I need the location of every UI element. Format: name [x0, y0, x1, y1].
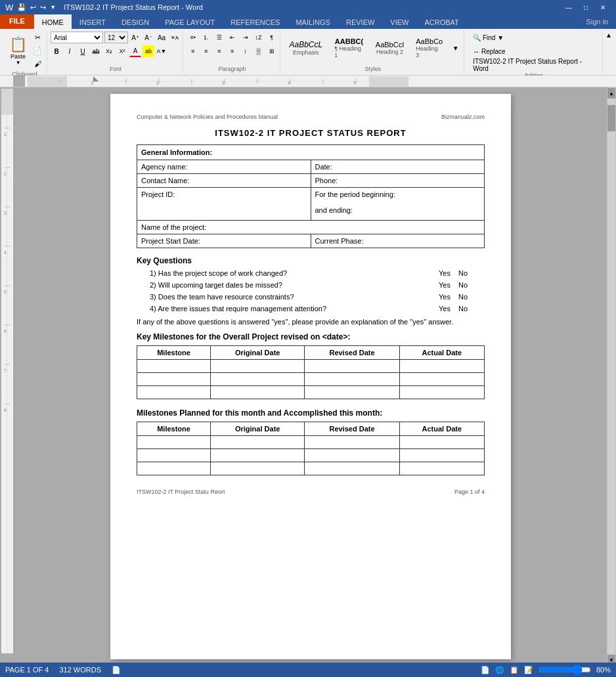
- actual-date-col-header: Actual Date: [399, 346, 484, 360]
- revised-date-col-header: Revised Date: [305, 346, 399, 360]
- quick-access-dropdown[interactable]: ▼: [50, 4, 56, 11]
- bullets-button[interactable]: ≡•: [187, 32, 199, 43]
- style-heading2[interactable]: AaBbCcI Heading 2: [371, 39, 408, 57]
- style-emphasis[interactable]: AaBbCcL Emphasis: [285, 38, 328, 58]
- superscript-button[interactable]: X²: [116, 45, 128, 57]
- format-painter-button[interactable]: 🖌: [32, 58, 43, 70]
- page-header-right: Bizmanualz.com: [441, 114, 485, 120]
- font-color-button[interactable]: A: [129, 45, 141, 57]
- tab-file[interactable]: FILE: [0, 14, 34, 29]
- text-highlight-button[interactable]: ab: [143, 45, 154, 57]
- font-name-select[interactable]: Arial: [51, 32, 103, 43]
- font-label: Font: [110, 64, 121, 72]
- editing-content: 🔍 Find ▼ ↔ Replace ITSW102-2 IT Project …: [470, 32, 598, 71]
- minimize-button[interactable]: —: [561, 1, 577, 13]
- tab-view[interactable]: VIEW: [382, 14, 416, 29]
- milestones-month-table: Milestone Original Date Revised Date Act…: [137, 422, 485, 475]
- collapse-ribbon-button[interactable]: ▲: [604, 30, 613, 74]
- line-spacing-button[interactable]: ↕: [240, 45, 252, 57]
- underline-button[interactable]: U: [77, 45, 89, 57]
- view-web-button[interactable]: 🌐: [495, 666, 504, 674]
- status-left: PAGE 1 OF 4 312 WORDS 📄: [5, 666, 121, 674]
- tab-references[interactable]: REFERENCES: [223, 14, 288, 29]
- paste-button[interactable]: 📋 Paste ▼: [6, 34, 30, 68]
- align-left-button[interactable]: ≡: [187, 45, 199, 57]
- shading-button[interactable]: ▒: [253, 45, 265, 57]
- subscript-button[interactable]: X₂: [103, 45, 115, 57]
- styles-more-button[interactable]: ▼: [450, 42, 461, 54]
- tab-mailings[interactable]: MAILINGS: [288, 14, 338, 29]
- increase-indent-button[interactable]: ⇥: [240, 32, 252, 43]
- question-4-row: 4) Are there issues that require managem…: [150, 305, 485, 313]
- quick-access-redo[interactable]: ↪: [40, 3, 46, 12]
- italic-button[interactable]: I: [64, 45, 76, 57]
- word-count: 312 WORDS: [59, 666, 101, 674]
- zoom-slider[interactable]: [539, 665, 591, 675]
- page-count: PAGE 1 OF 4: [5, 666, 49, 674]
- strikethrough-button[interactable]: ab: [90, 45, 102, 57]
- table-row: Project Start Date: Current Phase:: [137, 234, 485, 248]
- tab-insert[interactable]: INSERT: [72, 14, 114, 29]
- page-icon[interactable]: 📄: [112, 666, 121, 674]
- cut-button[interactable]: ✂: [32, 32, 43, 43]
- shrink-font-button[interactable]: A⁻: [143, 32, 154, 43]
- act-date-cell: [399, 386, 484, 399]
- font-shade-button[interactable]: A▼: [156, 45, 167, 57]
- quick-access-save[interactable]: 💾: [17, 3, 26, 12]
- view-outline-button[interactable]: 📋: [510, 666, 519, 674]
- font-row-2: B I U ab X₂ X² A ab A▼: [51, 45, 167, 57]
- sign-in-link[interactable]: Sign in: [578, 15, 616, 28]
- decrease-indent-button[interactable]: ⇤: [227, 32, 238, 43]
- rev-date-cell: [305, 386, 399, 399]
- borders-button[interactable]: ⊞: [266, 45, 278, 57]
- change-case-button[interactable]: Aa: [156, 32, 167, 43]
- view-draft-button[interactable]: 📝: [524, 666, 533, 674]
- bold-button[interactable]: B: [51, 45, 62, 57]
- multilevel-list-button[interactable]: ☰: [213, 32, 225, 43]
- find-button[interactable]: 🔍 Find ▼: [470, 32, 507, 43]
- tab-acrobat[interactable]: ACROBAT: [416, 14, 466, 29]
- view-print-button[interactable]: 📄: [481, 666, 490, 674]
- font-size-select[interactable]: 12: [104, 32, 128, 43]
- style-heading1-label: ¶ Heading 1: [334, 45, 364, 58]
- paste-dropdown-icon[interactable]: ▼: [16, 60, 21, 66]
- collapse-icon[interactable]: ▲: [605, 32, 612, 39]
- original-date-m-col-header: Original Date: [211, 422, 305, 436]
- quick-access-undo[interactable]: ↩: [30, 3, 36, 12]
- vertical-scrollbar[interactable]: ▲ ▼: [607, 87, 616, 666]
- align-center-button[interactable]: ≡: [200, 45, 212, 57]
- word-icon: W: [5, 3, 13, 12]
- close-button[interactable]: ✕: [595, 1, 611, 13]
- show-marks-button[interactable]: ¶: [266, 32, 278, 43]
- grow-font-button[interactable]: A⁺: [129, 32, 141, 43]
- justify-button[interactable]: ≡: [227, 45, 238, 57]
- scroll-track[interactable]: [607, 98, 615, 655]
- scroll-up-button[interactable]: ▲: [607, 88, 615, 98]
- scroll-thumb[interactable]: [607, 105, 615, 131]
- style-heading1[interactable]: AABBC( ¶ Heading 1: [330, 35, 368, 60]
- style-heading1-text: AABBC(: [335, 37, 363, 45]
- maximize-button[interactable]: □: [578, 1, 594, 13]
- clear-formatting-button[interactable]: ✕A: [169, 32, 181, 43]
- orig-date-cell: [211, 386, 305, 399]
- numbering-button[interactable]: 1.: [200, 32, 212, 43]
- q2-no: No: [458, 281, 468, 289]
- tab-review[interactable]: REVIEW: [338, 14, 382, 29]
- title-text: ITSW102-2 IT Project Status Report - Wor…: [64, 3, 203, 11]
- tab-page-layout[interactable]: PAGE LAYOUT: [157, 14, 223, 29]
- milestones-header-row: Milestone Original Date Revised Date Act…: [137, 346, 485, 360]
- select-button[interactable]: ITSW102-2 IT Project Status Report - Wor…: [470, 59, 598, 71]
- align-right-button[interactable]: ≡: [213, 45, 225, 57]
- sort-button[interactable]: ↕Z: [253, 32, 265, 43]
- table-row: [137, 449, 485, 462]
- copy-button[interactable]: 📄: [32, 45, 43, 56]
- style-heading3[interactable]: AaBbCo Heading 3: [411, 35, 447, 60]
- replace-button[interactable]: ↔ Replace: [470, 45, 508, 57]
- act-date-m-cell: [399, 462, 484, 475]
- document-page: Computer & Network Policies and Procedur…: [110, 94, 511, 659]
- tab-design[interactable]: DESIGN: [114, 14, 157, 29]
- table-row: [137, 462, 485, 475]
- svg-text:5: 5: [4, 290, 7, 294]
- tab-home[interactable]: HOME: [34, 14, 72, 29]
- milestone-m-cell: [137, 462, 211, 475]
